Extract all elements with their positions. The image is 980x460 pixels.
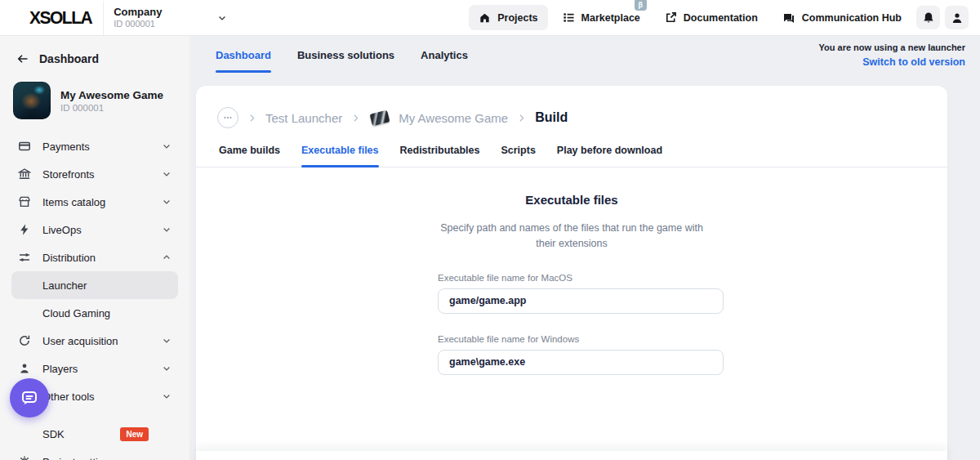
nav-projects[interactable]: Projects [469, 5, 547, 30]
project-avatar [13, 82, 51, 119]
nav-documentation[interactable]: Documentation [655, 5, 768, 30]
nav-communication-hub[interactable]: Communication Hub [773, 5, 911, 31]
sidebar-item-label: SDK [42, 428, 120, 440]
bell-icon [922, 11, 935, 25]
gear-icon [18, 455, 31, 460]
tab-business-solutions[interactable]: Business solutions [297, 49, 394, 73]
launcher-notice: You are now using a new launcher Switch … [819, 42, 966, 69]
breadcrumb-current-build: Build [535, 110, 568, 125]
nav-label: Marketplace [581, 12, 640, 24]
refresh-icon [18, 334, 31, 347]
chevron-down-icon [162, 391, 172, 401]
sidebar-item-label: Distribution [42, 252, 162, 264]
nav-label: Communication Hub [802, 12, 902, 24]
store-icon [18, 195, 31, 208]
sidebar-item-players[interactable]: Players [11, 355, 178, 382]
tab-dashboard[interactable]: Dashboard [216, 49, 271, 73]
sidebar-item-label: Launcher [42, 279, 172, 292]
main-tab-bar: Dashboard Business solutions Analytics Y… [189, 36, 980, 83]
breadcrumb: Test Launcher My Awesome Game Build [196, 86, 947, 133]
sidebar-item-label: LiveOps [42, 224, 162, 236]
build-tab-bar: Game builds Executable files Redistribut… [196, 133, 947, 167]
person-icon [18, 362, 31, 375]
sidebar-item-project-settings[interactable]: Project settings [11, 448, 178, 460]
home-icon [479, 11, 491, 24]
breadcrumb-test-launcher[interactable]: Test Launcher [265, 111, 342, 125]
sidebar-item-liveops[interactable]: LiveOps [11, 216, 178, 243]
game-thumbnail-icon [370, 109, 390, 126]
sidebar-item-launcher[interactable]: Launcher [11, 271, 178, 299]
project-id: ID 000001 [60, 103, 163, 113]
account-button[interactable] [945, 6, 969, 29]
sidebar-item-label: Players [42, 363, 162, 375]
form-footer: CANCEL SAVE CHANGES [196, 451, 947, 460]
bank-icon [18, 167, 31, 181]
field-windows: Executable file name for Windows [438, 314, 724, 375]
chevron-up-icon [162, 252, 172, 262]
sidebar-item-distribution[interactable]: Distribution [11, 243, 178, 271]
windows-field-label: Executable file name for Windows [438, 334, 724, 344]
project-name: My Awesome Game [60, 88, 163, 103]
sidebar-item-items-catalog[interactable]: Items catalog [11, 188, 178, 216]
sidebar-item-payments[interactable]: Payments [11, 132, 178, 160]
company-name: Company [114, 7, 162, 19]
chevron-down-icon[interactable] [217, 13, 227, 23]
sidebar-item-user-acquisition[interactable]: User acquisition [11, 327, 178, 355]
sidebar-item-label: Items catalog [42, 196, 162, 208]
sidebar-item-cloud-gaming[interactable]: Cloud Gaming [11, 299, 178, 327]
chevron-down-icon [162, 336, 172, 346]
lightning-icon [18, 223, 31, 236]
chevron-right-icon [350, 113, 361, 123]
xsolla-logo: XSOLLA [0, 7, 103, 28]
external-link-icon [665, 11, 677, 24]
back-label: Dashboard [39, 52, 99, 65]
tab-play-before-download[interactable]: Play before download [557, 145, 662, 167]
chevron-down-icon [162, 169, 172, 179]
sliders-icon [18, 251, 31, 264]
content-card: Test Launcher My Awesome Game Build Game… [196, 86, 947, 460]
notice-text: You are now using a new launcher [819, 42, 966, 55]
field-macos: Executable file name for MacOS [438, 252, 724, 314]
tab-executable-files[interactable]: Executable files [301, 145, 379, 167]
tab-scripts[interactable]: Scripts [501, 145, 535, 167]
nav-label: Projects [497, 12, 537, 24]
project-card[interactable]: My Awesome Game ID 000001 [0, 69, 189, 127]
company-id: ID 000001 [114, 19, 162, 29]
tab-game-builds[interactable]: Game builds [219, 145, 280, 167]
chevron-right-icon [516, 113, 527, 123]
macos-executable-input[interactable] [438, 288, 724, 314]
topbar-nav: Projects β Marketplace Documentation Com… [469, 5, 980, 31]
breadcrumb-my-awesome-game[interactable]: My Awesome Game [399, 111, 508, 125]
chat-bubble-icon [20, 388, 39, 408]
sidebar-item-sdk[interactable]: SDK New [11, 420, 178, 448]
new-badge: New [120, 427, 149, 441]
beta-badge: β [635, 0, 647, 11]
chevron-down-icon [162, 364, 172, 373]
company-switcher[interactable]: Company ID 000001 [104, 7, 162, 29]
top-bar: XSOLLA Company ID 000001 Projects β Mark… [0, 0, 980, 36]
chevron-down-icon [162, 225, 172, 234]
nav-label: Documentation [684, 12, 758, 24]
tab-redistributables[interactable]: Redistributables [400, 145, 480, 167]
notifications-button[interactable] [916, 6, 940, 29]
chat-icon [782, 11, 795, 25]
main-area: Dashboard Business solutions Analytics Y… [189, 36, 980, 460]
switch-old-version-link[interactable]: Switch to old version [819, 55, 966, 69]
nav-marketplace[interactable]: β Marketplace [553, 5, 650, 30]
sidebar-item-label: User acquisition [42, 335, 162, 347]
chevron-down-icon [162, 141, 172, 151]
sidebar-item-label: Project settings [42, 456, 172, 460]
tab-analytics[interactable]: Analytics [421, 49, 468, 73]
back-to-dashboard[interactable]: Dashboard [0, 36, 189, 69]
section-description: Specify path and names of the files that… [433, 221, 710, 252]
breadcrumb-more-button[interactable] [217, 107, 238, 128]
list-icon [563, 11, 575, 24]
macos-field-label: Executable file name for MacOS [438, 273, 724, 283]
chat-widget-button[interactable] [10, 378, 49, 418]
sidebar-item-storefronts[interactable]: Storefronts [11, 160, 178, 188]
credit-card-icon [18, 140, 31, 153]
sidebar-item-label: Other tools [42, 391, 162, 403]
executable-files-section: Executable files Specify path and names … [196, 167, 947, 375]
windows-executable-input[interactable] [438, 350, 724, 375]
chevron-right-icon [247, 113, 257, 123]
